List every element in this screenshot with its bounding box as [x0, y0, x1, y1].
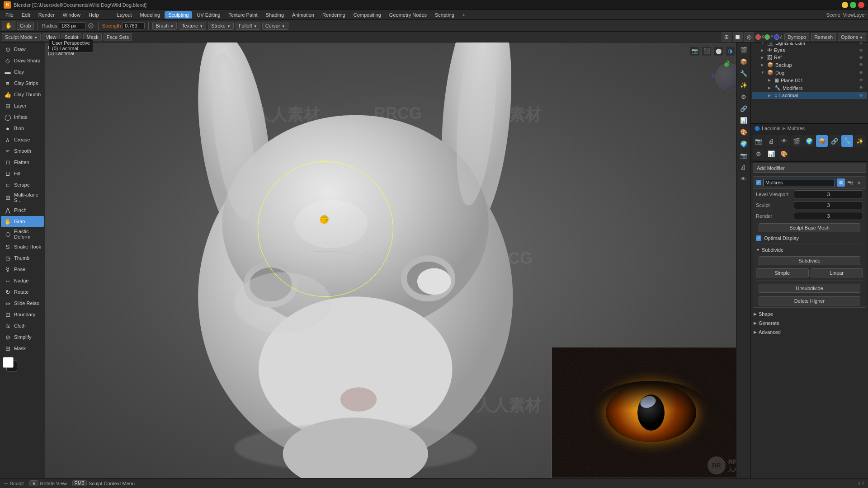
brush-item-grab[interactable]: ✋Grab [1, 216, 44, 227]
face-sets-menu[interactable]: Face Sets [104, 33, 132, 41]
rnav-render-btn[interactable]: 📷 [738, 150, 749, 161]
brush-item-slide-relax[interactable]: ⇔Slide Relax [1, 298, 44, 309]
brush-item-inflate[interactable]: ◯Inflate [1, 112, 44, 122]
brush-item-nudge[interactable]: ↔Nudge [1, 275, 44, 286]
unsubdivide-button[interactable]: Unsubdivide [759, 284, 860, 293]
render-level-value[interactable]: 3 [794, 212, 863, 220]
rnav-physics-btn[interactable]: ⚙ [738, 91, 749, 102]
dyntopo-btn[interactable]: Dyntopo [784, 33, 809, 41]
stroke-dropdown[interactable]: Stroke ▼ [208, 22, 234, 30]
prop-icon-constraints[interactable]: 🔗 [829, 135, 840, 147]
tree-item-eyes[interactable]: ▶👁Eyes👁 [752, 47, 867, 54]
workspace-shading[interactable]: Shading [262, 11, 288, 19]
modifier-name-input[interactable]: Multires [763, 179, 835, 186]
viewport-camera-btn[interactable]: 📷 [690, 46, 700, 56]
brush-item-smooth[interactable]: ≈Smooth [1, 145, 44, 156]
brush-item-pose[interactable]: ☿Pose [1, 264, 44, 275]
tree-item-lacrimal[interactable]: ▶○Lacrimal👁 [752, 92, 867, 99]
tree-eye-icon[interactable]: 👁 [859, 85, 865, 90]
brush-item-draw[interactable]: ⊙Draw [1, 44, 44, 55]
workspace-scripting[interactable]: Scripting [431, 11, 458, 19]
viewport-shading-material[interactable]: ◑ [725, 46, 735, 56]
brush-item-blob[interactable]: ●Blob [1, 123, 44, 134]
texture-dropdown[interactable]: Texture ▼ [179, 22, 206, 30]
radius-field[interactable]: 183 px [59, 22, 86, 29]
foreground-color-swatch[interactable] [3, 357, 14, 368]
maximize-button[interactable] [850, 2, 856, 8]
tree-item-dog[interactable]: ▼📦Dog👁 [752, 69, 867, 76]
prop-icon-output[interactable]: 🖨 [765, 135, 777, 147]
brush-item-pinch[interactable]: ⋀Pinch [1, 205, 44, 216]
simple-button[interactable]: Simple [756, 268, 809, 277]
sculpt-level-value[interactable]: 3 [794, 201, 863, 209]
rnav-modifier-btn[interactable]: 🔧 [738, 68, 749, 79]
rnav-constraints-btn[interactable]: 🔗 [738, 103, 749, 114]
snap-btn[interactable]: 🔲 [733, 32, 743, 42]
menu-render[interactable]: Render [35, 11, 58, 19]
proportional-btn[interactable]: ◎ [744, 32, 754, 42]
brush-item-layer[interactable]: ⊟Layer [1, 100, 44, 111]
tree-item-modifiers[interactable]: ▶🔧Modifiers👁 [752, 84, 867, 92]
workspace-texture-paint[interactable]: Texture Paint [225, 11, 261, 19]
viewport-shading-solid[interactable]: ⬤ [713, 46, 723, 56]
falloff-dropdown[interactable]: Falloff ▼ [236, 22, 260, 30]
modifier-viewport-icon[interactable]: 🖥 [837, 178, 845, 187]
workspace-geometry-nodes[interactable]: Geometry Nodes [386, 11, 430, 19]
brush-item-multi-plane-s[interactable]: ⊞Multi-plane S... [1, 191, 44, 204]
brush-dropdown[interactable]: Brush ▼ [152, 22, 177, 30]
modifier-enable-checkbox[interactable]: ✓ [756, 180, 761, 185]
prop-icon-scene[interactable]: 🎬 [791, 135, 802, 147]
brush-item-clay-strips[interactable]: ≡Clay Strips [1, 78, 44, 89]
modifier-delete-icon[interactable]: ✕ [855, 178, 863, 187]
rnav-world-btn[interactable]: 🌍 [738, 138, 749, 149]
workspace-sculpting[interactable]: Sculpting [165, 11, 192, 19]
rnav-particles-btn[interactable]: ✨ [738, 80, 749, 90]
brush-item-clay[interactable]: ▬Clay [1, 66, 44, 77]
prop-icon-modifier-active[interactable]: 🔧 [841, 135, 853, 147]
rnav-view-btn[interactable]: 👁 [738, 174, 749, 184]
tree-item-plane001[interactable]: ▶▦Plane.001👁 [752, 76, 867, 84]
tree-item-ref[interactable]: ▶🖼Ref👁 [752, 54, 867, 61]
prop-icon-material[interactable]: 🎨 [778, 148, 790, 160]
rnav-scene-btn[interactable]: 🎬 [738, 44, 749, 55]
options-btn[interactable]: Options ▼ [838, 33, 866, 41]
radius-icon[interactable] [87, 22, 94, 29]
brush-item-cloth[interactable]: ≋Cloth [1, 320, 44, 331]
prop-icon-world[interactable]: 🌍 [803, 135, 815, 147]
tree-eye-icon[interactable]: 👁 [859, 78, 865, 83]
tree-eye-icon[interactable]: 👁 [859, 93, 865, 98]
tree-eye-icon[interactable]: 👁 [859, 55, 865, 60]
cursor-dropdown[interactable]: Cursor ▼ [262, 22, 288, 30]
brush-item-boundary[interactable]: ⊡Boundary [1, 309, 44, 320]
remesh-btn[interactable]: Remesh [811, 33, 836, 41]
rnav-material-btn[interactable]: 🎨 [738, 127, 749, 137]
rnav-output-btn[interactable]: 🖨 [738, 162, 749, 173]
menu-help[interactable]: Help [85, 11, 103, 19]
workspace-add[interactable]: + [459, 11, 469, 19]
close-button[interactable] [858, 2, 864, 8]
workspace-compositing[interactable]: Compositing [350, 11, 385, 19]
linear-button[interactable]: Linear [811, 268, 863, 277]
sculpt-base-mesh-btn[interactable]: Sculpt Base Mesh [759, 223, 860, 232]
brush-item-draw-sharp[interactable]: ◇Draw Sharp [1, 55, 44, 66]
workspace-modeling[interactable]: Modeling [137, 11, 164, 19]
brush-item-thumb[interactable]: ◷Thumb [1, 253, 44, 263]
brush-item-scrape[interactable]: ⊏Scrape [1, 179, 44, 190]
viewport-3d[interactable]: 人人素材 RRCG 人人素材 RRCG 人人素材 RRCG 人人素材 RRCG … [45, 42, 750, 478]
overlay-btn[interactable]: ⊞ [722, 32, 731, 42]
optimal-display-checkbox[interactable]: ✓ [756, 235, 761, 241]
workspace-layout[interactable]: Layout [113, 11, 136, 19]
menu-window[interactable]: Window [59, 11, 84, 19]
generate-section[interactable]: ▶ Generate [751, 319, 868, 328]
brush-item-crease[interactable]: ∧Crease [1, 134, 44, 145]
subdivision-section-header[interactable]: ▼ Subdivide [753, 245, 866, 254]
tree-eye-icon[interactable]: 👁 [859, 62, 865, 67]
menu-edit[interactable]: Edit [18, 11, 34, 19]
prop-icon-object[interactable]: 📦 [816, 135, 828, 147]
menu-file[interactable]: File [2, 11, 17, 19]
brush-item-mask[interactable]: ⊟Mask [1, 343, 44, 354]
delete-higher-button[interactable]: Delete Higher [759, 296, 860, 305]
brush-item-flatten[interactable]: ⊓Flatten [1, 157, 44, 168]
viewport-perspective-toggle[interactable]: ⬛ [702, 46, 712, 56]
prop-icon-data[interactable]: 📊 [765, 148, 777, 160]
